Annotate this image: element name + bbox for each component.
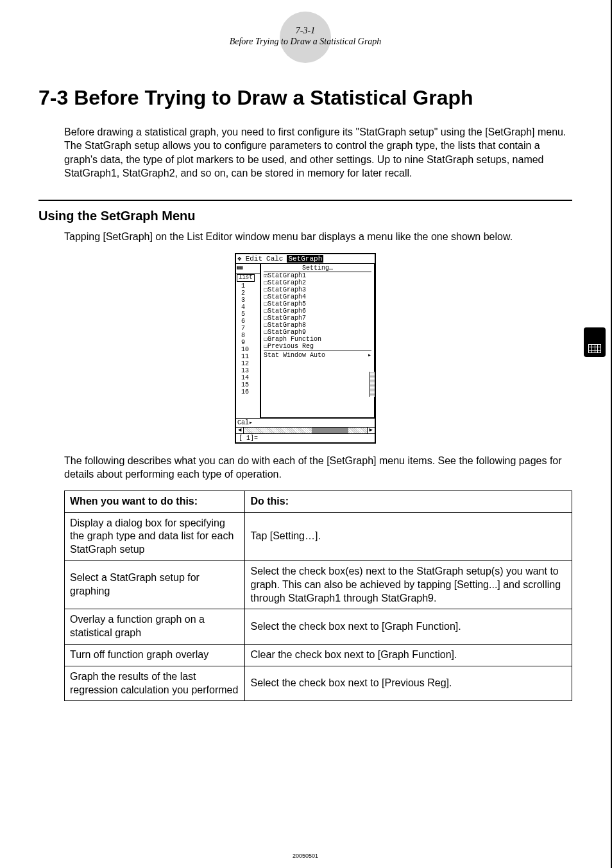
table-cell: Select the check box next to [Previous R…: [245, 666, 572, 701]
row-numbers: 1 2 3 4 5 6 7 8 9 10 11 12 13 14 15 16: [236, 282, 260, 395]
table-header-right: Do this:: [245, 490, 572, 512]
table-row: Select a StatGraph setup for graphing Se…: [65, 561, 572, 609]
table-row: Display a dialog box for specifying the …: [65, 512, 572, 560]
calc-menubar: ❖ Edit Calc SetGraph: [236, 254, 375, 264]
table-cell: Tap [Setting…].: [245, 512, 572, 560]
table-cell: Select the check box next to [Graph Func…: [245, 609, 572, 645]
menu-edit: Edit: [246, 255, 262, 263]
calc-horizontal-scrollbar: ◀ ▶: [236, 427, 375, 433]
dropdown-item: ☐StatGraph9: [264, 329, 371, 336]
table-cell: Display a dialog box for specifying the …: [65, 512, 245, 560]
footer-date-code: 20050501: [293, 853, 318, 859]
section-divider: [38, 200, 572, 201]
section-number: 7-3-1: [296, 26, 315, 35]
table-cell: Clear the check box next to [Graph Funct…: [245, 645, 572, 666]
dropdown-item: ☐Previous Reg: [264, 343, 371, 350]
list-label: list: [237, 274, 255, 282]
dropdown-item: ☐StatGraph7: [264, 315, 371, 322]
calc-vertical-scrollbar: [370, 372, 375, 397]
menu-setgraph: SetGraph: [287, 255, 323, 263]
scroll-right-icon: ▶: [367, 428, 375, 433]
page-title: 7-3 Before Trying to Draw a Statistical …: [38, 86, 572, 110]
submenu-arrow-icon: ▸: [368, 352, 371, 359]
calc-cal-row: Cal▸: [236, 418, 375, 427]
dropdown-item: ☐StatGraph4: [264, 293, 371, 300]
table-row: Overlay a function graph on a statistica…: [65, 609, 572, 645]
dropdown-item: ☐StatGraph3: [264, 286, 371, 293]
table-header-left: When you want to do this:: [65, 490, 245, 512]
dropdown-item: ☐StatGraph6: [264, 308, 371, 315]
dropdown-item: ☐Graph Function: [264, 336, 371, 343]
section-subtitle: Before Trying to Draw a Statistical Grap…: [230, 37, 382, 46]
dropdown-item: ☑StatGraph1: [264, 272, 371, 279]
dropdown-setting: Setting…: [264, 265, 371, 272]
table-row: Turn off function graph overlay Clear th…: [65, 645, 572, 666]
calc-left-column: ▦▦ list 1 2 3 4 5 6 7 8 9 10 11 12 13 14…: [236, 264, 260, 418]
stat-window-label: Stat Window Auto: [264, 352, 325, 359]
menu-calc: Calc: [266, 255, 283, 263]
operations-table: When you want to do this: Do this: Displ…: [64, 490, 572, 702]
calculator-screenshot: ❖ Edit Calc SetGraph ▦▦ list 1 2 3 4 5 6…: [38, 253, 572, 444]
table-cell: Select a StatGraph setup for graphing: [65, 561, 245, 609]
table-cell: Overlay a function graph on a statistica…: [65, 609, 245, 645]
calc-status-line: [ 1]=: [236, 433, 375, 442]
scroll-left-icon: ◀: [236, 428, 244, 433]
calculator-device-icon: [584, 327, 606, 357]
body-paragraph-2: The following describes what you can do …: [64, 454, 572, 482]
dropdown-item: ☐StatGraph8: [264, 322, 371, 329]
page-header: 7-3-1 Before Trying to Draw a Statistica…: [38, 26, 572, 48]
dropdown-item: ☐StatGraph2: [264, 279, 371, 286]
intro-paragraph: Before drawing a statistical graph, you …: [64, 125, 572, 180]
table-cell: Turn off function graph overlay: [65, 645, 245, 666]
table-row: Graph the results of the last regression…: [65, 666, 572, 701]
calc-down-icon: ❖: [237, 255, 242, 263]
dropdown-item: ☐StatGraph5: [264, 300, 371, 308]
dropdown-stat-window: Stat Window Auto ▸: [264, 351, 371, 359]
setgraph-dropdown: Setting… ☑StatGraph1 ☐StatGraph2 ☐StatGr…: [260, 264, 375, 418]
table-cell: Select the check box(es) next to the Sta…: [245, 561, 572, 609]
body-paragraph-1: Tapping [SetGraph] on the List Editor wi…: [64, 230, 572, 244]
table-cell: Graph the results of the last regression…: [65, 666, 245, 701]
section-heading: Using the SetGraph Menu: [38, 209, 572, 223]
